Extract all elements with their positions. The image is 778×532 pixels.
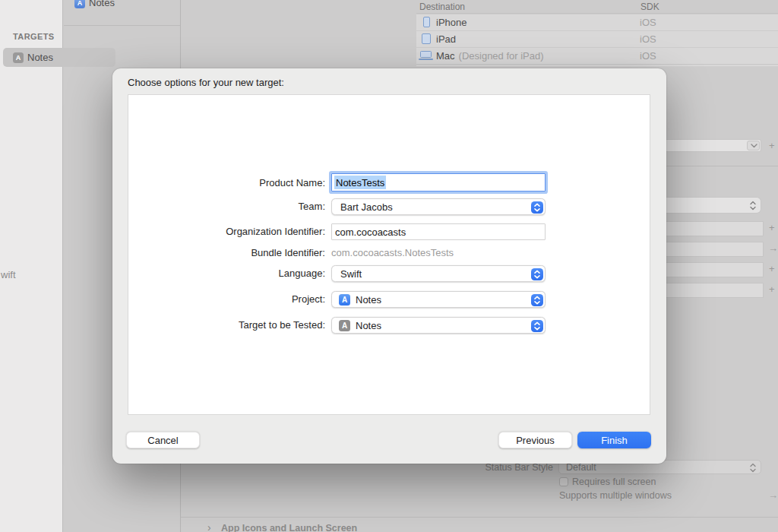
project-popup[interactable]: A Notes (331, 291, 546, 308)
status-bar-style-label: Status Bar Style (425, 462, 553, 473)
add-button[interactable]: + (769, 263, 775, 274)
product-name-label: Product Name: (112, 177, 325, 188)
organization-identifier-input[interactable]: com.cocoacasts (331, 223, 546, 240)
team-value: Bart Jacobs (340, 201, 393, 213)
text-field-fragment[interactable] (666, 283, 764, 298)
stepper-chevrons-icon (533, 296, 541, 305)
chevron-down-icon (751, 144, 757, 148)
language-label: Language: (112, 268, 325, 279)
destination-suffix: (Designed for iPad) (459, 50, 544, 62)
sdk-value: iOS (640, 17, 656, 28)
mac-icon (420, 51, 432, 58)
sdk-value: iOS (640, 33, 656, 45)
requires-full-screen-checkbox[interactable] (559, 477, 568, 486)
sidebar-item-label: Notes (89, 0, 115, 8)
popup-stepper (531, 201, 543, 214)
target-app-icon: A (339, 320, 350, 331)
table-header-separator (416, 13, 778, 14)
project-label: Project: (112, 293, 325, 305)
target-to-be-tested-label: Target to be Tested: (112, 319, 325, 331)
target-value: Notes (356, 320, 381, 331)
finish-button[interactable]: Finish (577, 432, 651, 448)
requires-full-screen-label: Requires full screen (572, 477, 656, 487)
xcode-project-icon: A (339, 294, 350, 306)
combo-chevron-button[interactable] (747, 141, 760, 150)
add-button[interactable]: + (769, 140, 775, 151)
cancel-button[interactable]: Cancel (126, 432, 200, 448)
popup-fragment[interactable] (666, 197, 761, 214)
target-to-be-tested-popup[interactable]: A Notes (331, 317, 546, 334)
targets-section-header: TARGETS (13, 32, 55, 41)
text-field-fragment[interactable] (666, 262, 764, 277)
file-list-pane: wift (0, 0, 63, 532)
sidebar-item-target-notes[interactable]: A Notes (3, 48, 115, 67)
jump-arrow[interactable]: → (768, 489, 778, 501)
disclosure-chevron-icon[interactable]: › (207, 521, 211, 532)
stepper-chevrons-icon (533, 203, 541, 212)
text-field-fragment[interactable] (666, 242, 764, 257)
dialog-title: Choose options for your new target: (128, 77, 284, 88)
popup-stepper (531, 268, 543, 280)
stepper-chevrons-icon (750, 201, 756, 211)
previous-button[interactable]: Previous (498, 432, 572, 448)
product-name-input[interactable]: NotesTests (331, 173, 546, 192)
destination-name: iPad (436, 33, 456, 45)
language-popup[interactable]: Swift (331, 265, 546, 282)
organization-identifier-label: Organization Identifier: (112, 226, 325, 237)
app-icon-gray: A (13, 52, 24, 63)
section-divider (181, 517, 778, 518)
sdk-value: iOS (640, 50, 656, 62)
text-field-fragment[interactable] (666, 221, 764, 236)
sidebar-item-label: Notes (27, 52, 53, 63)
language-value: Swift (340, 268, 362, 280)
popup-stepper (531, 294, 543, 306)
iphone-icon (423, 17, 430, 27)
column-header-sdk: SDK (640, 2, 659, 12)
table-row-iphone[interactable]: iPhone iOS (416, 14, 778, 30)
column-header-destination: Destination (419, 2, 465, 12)
project-value: Notes (356, 294, 381, 306)
app-icons-section-header: App Icons and Launch Screen (221, 523, 357, 532)
mac-icon-base (419, 59, 433, 60)
section-divider (666, 166, 778, 166)
sidebar-divider (64, 25, 180, 26)
destination-name: iPhone (436, 17, 466, 28)
popup-stepper (531, 320, 543, 332)
jump-arrow[interactable]: → (768, 242, 778, 254)
add-button[interactable]: + (769, 222, 775, 233)
sidebar-item-project-notes[interactable]: A Notes (74, 0, 115, 10)
status-bar-style-value: Default (566, 462, 596, 473)
stepper-chevrons-icon (533, 321, 541, 331)
table-row-ipad[interactable]: iPad iOS (416, 31, 778, 47)
stepper-chevrons-icon (533, 270, 541, 279)
bundle-identifier-value: com.cocoacasts.NotesTests (331, 247, 454, 258)
destination-name: Mac (436, 50, 455, 62)
stepper-chevrons-icon (750, 463, 756, 473)
table-row-mac[interactable]: Mac (Designed for iPad) iOS (416, 48, 778, 64)
new-target-options-dialog: Choose options for your new target: Prod… (112, 68, 666, 464)
add-button[interactable]: + (769, 283, 775, 295)
app-icon: A (74, 0, 85, 8)
team-popup[interactable]: Bart Jacobs (331, 198, 546, 215)
supports-multiple-windows-label: Supports multiple windows (559, 490, 672, 501)
team-label: Team: (112, 201, 325, 212)
partial-filename[interactable]: wift (1, 269, 16, 280)
row-separator (416, 65, 778, 66)
bundle-identifier-label: Bundle Identifier: (112, 247, 325, 258)
selected-text: NotesTests (334, 176, 386, 189)
ipad-icon (422, 33, 431, 44)
